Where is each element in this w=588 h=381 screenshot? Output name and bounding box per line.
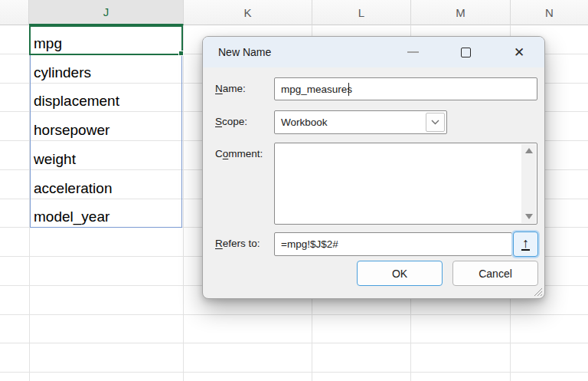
dialog-title: New Name [218, 37, 271, 67]
chevron-down-icon [431, 120, 439, 125]
scope-selected-value: Workbook [281, 117, 328, 128]
column-header-L[interactable]: L [312, 0, 411, 25]
scope-dropdown[interactable]: Workbook [274, 110, 447, 134]
scope-label: Scope: [215, 116, 247, 127]
cell-J4[interactable]: horsepower [29, 112, 184, 141]
comment-box [274, 143, 537, 225]
cell-J6[interactable]: acceleration [29, 170, 184, 199]
comment-scrollbar[interactable] [521, 144, 536, 223]
new-name-dialog: New Name ✕ Name: Scope: Workbook [202, 36, 545, 299]
column-header-partial[interactable] [0, 0, 29, 25]
column-J-cells: mpg cylinders displacement horsepower we… [29, 25, 184, 228]
scroll-down-icon[interactable] [525, 214, 533, 219]
minimize-button[interactable] [396, 37, 430, 67]
cell-J7[interactable]: model_year [29, 199, 184, 228]
resize-grip-icon[interactable] [532, 286, 543, 297]
column-header-J[interactable]: J [29, 0, 184, 25]
scope-dropdown-button[interactable] [426, 113, 445, 132]
minimize-icon [407, 51, 419, 53]
comment-label-pre: C [215, 148, 223, 159]
cell-J5[interactable]: weight [29, 141, 184, 170]
column-header-M[interactable]: M [411, 0, 511, 25]
column-header-N[interactable]: N [511, 0, 588, 25]
app-window: J K L M N mpg cylinders displacement hor… [0, 0, 588, 381]
scope-label-rest: cope: [222, 116, 247, 127]
collapse-dialog-icon: ↑ [522, 238, 529, 248]
ok-button[interactable]: OK [357, 261, 443, 286]
text-caret [348, 83, 349, 96]
fill-handle[interactable] [178, 51, 184, 56]
close-icon: ✕ [514, 46, 524, 59]
collapse-dialog-icon-bar [521, 249, 530, 251]
cell-J3[interactable]: displacement [29, 84, 184, 113]
scope-label-accel: S [215, 116, 222, 127]
comment-label-rest: mment: [228, 148, 263, 159]
maximize-button[interactable] [449, 37, 482, 67]
refers-to-label-accel: R [215, 238, 223, 249]
name-label: Name: [215, 83, 246, 94]
name-label-accel: N [215, 83, 223, 94]
close-button[interactable]: ✕ [502, 37, 536, 67]
dialog-titlebar[interactable]: New Name ✕ [203, 37, 544, 67]
comment-textarea[interactable] [275, 143, 537, 224]
column-header-K[interactable]: K [184, 0, 312, 25]
scroll-up-icon[interactable] [525, 148, 533, 153]
refers-to-input[interactable] [274, 232, 512, 256]
collapse-dialog-button[interactable]: ↑ [513, 232, 538, 257]
cell-J2[interactable]: cylinders [29, 54, 184, 84]
active-cell-selection [29, 25, 183, 55]
refers-to-label-rest: efers to: [223, 238, 260, 249]
comment-label: Comment: [215, 148, 263, 159]
name-input[interactable] [274, 77, 537, 100]
cancel-button[interactable]: Cancel [452, 261, 538, 286]
maximize-icon [461, 48, 471, 57]
name-field-wrap [274, 77, 537, 100]
refers-to-label: Refers to: [215, 238, 260, 249]
column-header-row: J K L M N [0, 0, 588, 25]
name-label-rest: ame: [223, 83, 246, 94]
